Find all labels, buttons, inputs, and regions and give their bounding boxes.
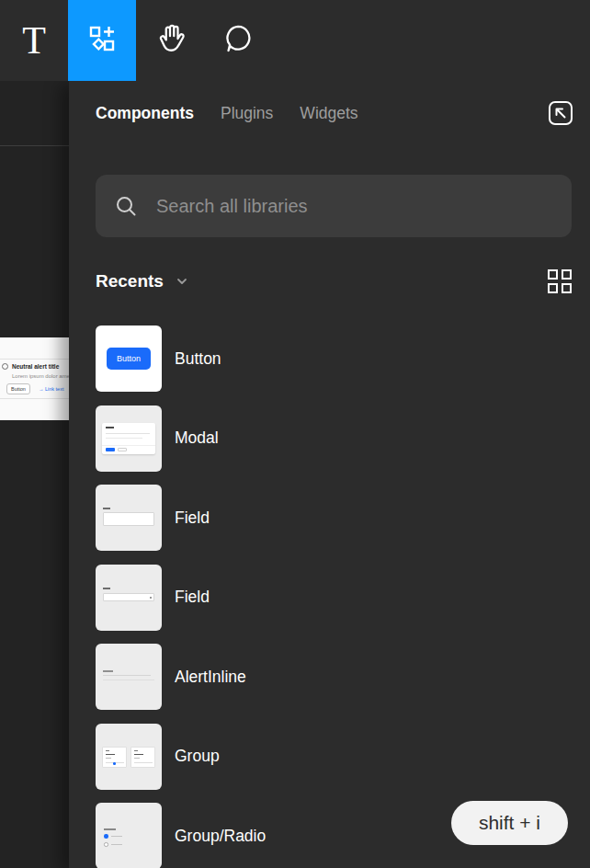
components-tool-button[interactable]: [68, 0, 136, 81]
component-label: Modal: [175, 428, 219, 448]
alert-link: → Link text: [39, 386, 64, 392]
comment-icon: [222, 23, 254, 58]
modal-thumbnail: [96, 405, 162, 472]
list-item-modal[interactable]: Modal: [96, 399, 590, 479]
tab-components[interactable]: Components: [96, 104, 194, 123]
radio-off-icon: [104, 842, 108, 847]
tab-plugins[interactable]: Plugins: [221, 104, 273, 123]
toolbar: T: [0, 0, 590, 81]
shortcut-hint-badge: shift + i: [451, 801, 568, 845]
tab-widgets[interactable]: Widgets: [300, 104, 357, 123]
list-item-group[interactable]: Group: [96, 717, 590, 797]
popout-panel-button[interactable]: [540, 93, 581, 133]
hand-tool-button[interactable]: [136, 0, 204, 81]
panel-tabs: Components Plugins Widgets: [69, 81, 590, 145]
text-tool-icon: T: [22, 21, 46, 60]
alertinline-thumbnail: [96, 644, 162, 710]
chevron-down-icon[interactable]: [175, 274, 189, 289]
field-thumbnail: [96, 485, 162, 551]
text-tool-button[interactable]: T: [0, 0, 68, 81]
search-bar[interactable]: [96, 175, 572, 237]
mini-button: Button: [107, 348, 151, 370]
grid-view-toggle[interactable]: [548, 269, 572, 293]
canvas-alert-card[interactable]: Neutral alert title Lorem ipsum dolor am…: [0, 337, 69, 420]
field-thumbnail: [96, 565, 162, 631]
alert-actions: Button → Link text: [6, 383, 63, 394]
list-item-alertinline[interactable]: AlertInline: [96, 637, 590, 717]
list-item-button[interactable]: Button Button: [96, 319, 590, 399]
component-label: Field: [175, 588, 210, 607]
list-item-field[interactable]: Field: [96, 478, 590, 558]
component-label: AlertInline: [175, 668, 246, 687]
canvas-area[interactable]: Neutral alert title Lorem ipsum dolor am…: [0, 81, 69, 868]
alert-button: Button: [6, 383, 30, 394]
group-thumbnail: [96, 724, 162, 790]
search-input[interactable]: [156, 196, 553, 217]
recents-title[interactable]: Recents: [96, 271, 164, 291]
components-icon: [86, 23, 118, 58]
component-label: Field: [175, 508, 210, 528]
comment-tool-button[interactable]: [204, 0, 272, 81]
button-thumbnail: Button: [96, 326, 162, 392]
popout-icon: [544, 97, 577, 130]
component-list: Button Button Modal Field: [96, 319, 590, 868]
canvas-frame-edge: [0, 145, 69, 146]
recents-header: Recents: [96, 268, 572, 294]
search-icon: [114, 194, 138, 218]
component-label: Button: [175, 349, 221, 369]
radio-on-icon: [104, 834, 108, 839]
info-icon: [2, 363, 8, 370]
alert-title: Neutral alert title: [12, 363, 59, 370]
grid-view-icon: [548, 269, 558, 280]
components-panel: Components Plugins Widgets Recents: [69, 81, 590, 868]
hand-icon: [154, 23, 186, 58]
component-label: Group: [175, 747, 220, 766]
group-radio-thumbnail: [96, 803, 162, 868]
alert-inline-preview: Neutral alert title Lorem ipsum dolor am…: [0, 359, 69, 399]
list-item-field-2[interactable]: Field: [96, 558, 590, 638]
component-label: Group/Radio: [175, 827, 266, 846]
